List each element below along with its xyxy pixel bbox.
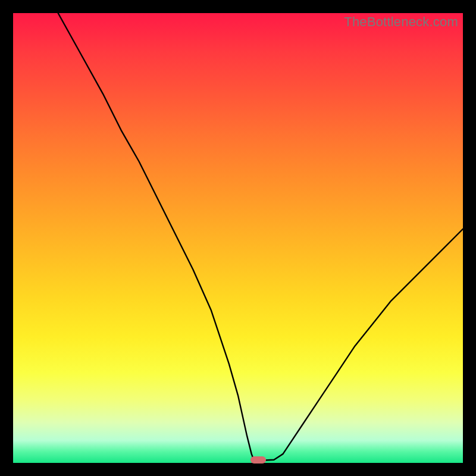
chart-plot-area: TheBottleneck.com — [13, 13, 463, 463]
chart-curve — [58, 13, 463, 460]
chart-marker — [250, 456, 266, 464]
chart-overlay — [13, 13, 463, 463]
chart-frame: TheBottleneck.com — [0, 0, 476, 476]
